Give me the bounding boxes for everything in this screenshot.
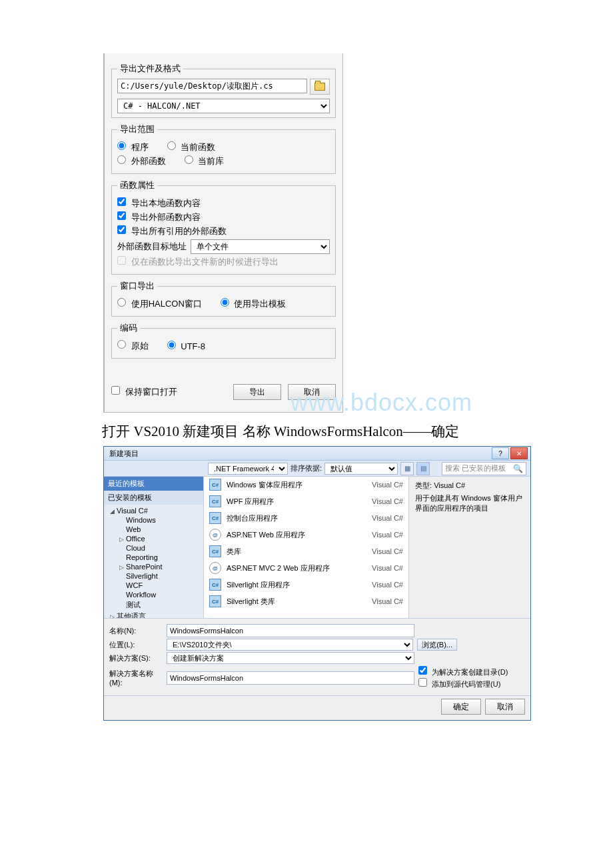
check-export-external[interactable]: 导出外部函数内容 [117, 211, 201, 223]
template-row[interactable]: C#Windows 窗体应用程序Visual C# [204, 477, 408, 493]
template-row[interactable]: C#Silverlight 应用程序Visual C# [204, 577, 408, 593]
radio-current-func-input[interactable] [167, 141, 176, 150]
vs-cancel-button[interactable]: 取消 [485, 699, 525, 715]
vs-titlebar: 新建项目 ? ✕ [104, 447, 530, 461]
browse-location-button[interactable]: 浏览(B)... [417, 639, 457, 651]
radio-current-func[interactable]: 当前函数 [167, 141, 216, 153]
halcon-export-dialog: 导出文件及格式 C# - HALCON/.NET 导出范围 程序 [103, 53, 343, 413]
template-row[interactable]: C#Silverlight 类库Visual C# [204, 593, 408, 610]
desc-text: 用于创建具有 Windows 窗体用户界面的应用程序的项目 [415, 493, 525, 513]
check-add-source-input[interactable] [418, 678, 427, 687]
export-button[interactable]: 导出 [233, 384, 281, 400]
template-icon: C# [209, 595, 221, 607]
location-select[interactable]: E:\VS2010文件夹\ [167, 639, 413, 651]
tree-node[interactable]: ◢ Visual C# [104, 506, 203, 515]
template-row[interactable]: C#WPF 应用程序Visual C# [204, 493, 408, 510]
radio-halcon-window[interactable]: 使用HALCON窗口 [117, 298, 202, 310]
tree-node[interactable]: Workflow [104, 590, 203, 599]
search-box[interactable]: 搜索 已安装的模板 🔍 [442, 462, 526, 475]
desc-type-value: Visual C# [434, 481, 465, 489]
close-button[interactable]: ✕ [510, 447, 528, 459]
radio-program-label: 程序 [131, 142, 149, 152]
browse-button[interactable] [310, 79, 330, 95]
tree-node[interactable]: ▷ Office [104, 534, 203, 543]
radio-program-input[interactable] [117, 141, 126, 150]
vs-new-project-dialog: 新建项目 ? ✕ .NET Framework 4 排序依据: 默认值 ▦ ▤ … [103, 446, 531, 721]
template-row[interactable]: C#控制台应用程序Visual C# [204, 510, 408, 527]
template-row[interactable]: @ASP.NET Web 应用程序Visual C# [204, 527, 408, 543]
tree-node[interactable]: Cloud [104, 543, 203, 553]
framework-select[interactable]: .NET Framework 4 [208, 463, 288, 475]
tree-node[interactable]: Silverlight [104, 571, 203, 581]
check-keep-open-input[interactable] [111, 386, 120, 395]
check-add-source[interactable]: 添加到源代码管理(U) [418, 678, 525, 689]
check-keep-open-label: 保持窗口打开 [125, 387, 177, 397]
export-path-input[interactable] [117, 79, 307, 93]
radio-use-template[interactable]: 使用导出模板 [221, 298, 287, 310]
sort-label: 排序依据: [291, 463, 322, 473]
view-small-icons-button[interactable]: ▤ [416, 462, 430, 475]
vs-title-text: 新建项目 [109, 449, 139, 459]
template-lang: Visual C# [372, 581, 403, 589]
solution-select[interactable]: 创建新解决方案 [167, 652, 414, 664]
check-export-local-input[interactable] [117, 197, 126, 206]
template-lang: Visual C# [372, 531, 403, 539]
tree-node[interactable]: Web [104, 525, 203, 534]
check-export-external-input[interactable] [117, 211, 126, 220]
group-window-export: 窗口导出 使用HALCON窗口 使用导出模板 [111, 280, 336, 317]
check-export-refs[interactable]: 导出所有引用的外部函数 [117, 225, 227, 237]
radio-utf8[interactable]: UTF-8 [167, 341, 205, 351]
radio-external-func-input[interactable] [117, 155, 126, 164]
radio-current-lib[interactable]: 当前库 [185, 155, 225, 167]
language-select[interactable]: C# - HALCON/.NET [117, 99, 330, 113]
radio-raw-input[interactable] [117, 340, 126, 349]
template-icon: C# [209, 579, 221, 591]
check-create-dir[interactable]: 为解决方案创建目录(D) [418, 666, 525, 677]
tree-node[interactable]: Reporting [104, 553, 203, 562]
ok-button[interactable]: 确定 [441, 699, 481, 715]
template-icon: @ [209, 529, 221, 541]
template-list[interactable]: C#Windows 窗体应用程序Visual C#C#WPF 应用程序Visua… [204, 477, 409, 618]
radio-raw[interactable]: 原始 [117, 340, 149, 352]
recent-templates-header[interactable]: 最近的模板 [104, 477, 203, 491]
template-lang: Visual C# [372, 597, 403, 605]
cancel-button[interactable]: 取消 [288, 384, 336, 400]
template-icon: C# [209, 512, 221, 524]
check-only-newer-label: 仅在函数比导出文件新的时候进行导出 [131, 257, 279, 267]
radio-program[interactable]: 程序 [117, 141, 149, 153]
project-name-input[interactable] [167, 624, 414, 637]
tree-node[interactable]: 测试 [104, 599, 203, 611]
solution-name-input[interactable] [167, 671, 414, 685]
help-button[interactable]: ? [492, 447, 509, 459]
tree-node[interactable]: Windows [104, 515, 203, 525]
radio-utf8-input[interactable] [167, 341, 176, 349]
solution-label: 解决方案(S): [109, 653, 163, 663]
template-tree[interactable]: ◢ Visual C# Windows Web▷ Office Cloud Re… [104, 505, 203, 618]
check-keep-open[interactable]: 保持窗口打开 [111, 386, 177, 398]
installed-templates-header[interactable]: 已安装的模板 [104, 491, 203, 505]
tree-node[interactable]: ▷ SharePoint [104, 562, 203, 571]
check-create-dir-input[interactable] [418, 666, 427, 675]
vs-fields: 名称(N): 位置(L): E:\VS2010文件夹\ 浏览(B)... 解决方… [104, 618, 530, 695]
name-label: 名称(N): [109, 626, 163, 636]
radio-use-template-input[interactable] [221, 298, 229, 307]
template-row[interactable]: @ASP.NET MVC 2 Web 应用程序Visual C# [204, 560, 408, 577]
location-label: 位置(L): [109, 640, 163, 650]
desc-type-line: 类型: Visual C# [415, 481, 525, 491]
folder-icon [314, 83, 325, 91]
check-export-local[interactable]: 导出本地函数内容 [117, 197, 201, 209]
tree-node[interactable]: WCF [104, 581, 203, 590]
radio-halcon-window-input[interactable] [117, 298, 126, 307]
sort-select[interactable]: 默认值 [324, 463, 398, 475]
vs-toolbar: .NET Framework 4 排序依据: 默认值 ▦ ▤ 搜索 已安装的模板… [104, 461, 530, 477]
radio-external-func[interactable]: 外部函数 [117, 155, 166, 167]
radio-current-lib-input[interactable] [185, 155, 193, 164]
view-medium-icons-button[interactable]: ▦ [400, 462, 414, 475]
check-export-refs-input[interactable] [117, 225, 126, 234]
tree-node[interactable]: ▷ 其他语言 [104, 611, 203, 618]
legend-scope: 导出范围 [117, 123, 157, 135]
check-export-refs-label: 导出所有引用的外部函数 [131, 226, 227, 236]
check-export-local-label: 导出本地函数内容 [131, 198, 201, 208]
template-row[interactable]: C#类库Visual C# [204, 543, 408, 560]
target-address-select[interactable]: 单个文件 [191, 239, 330, 254]
